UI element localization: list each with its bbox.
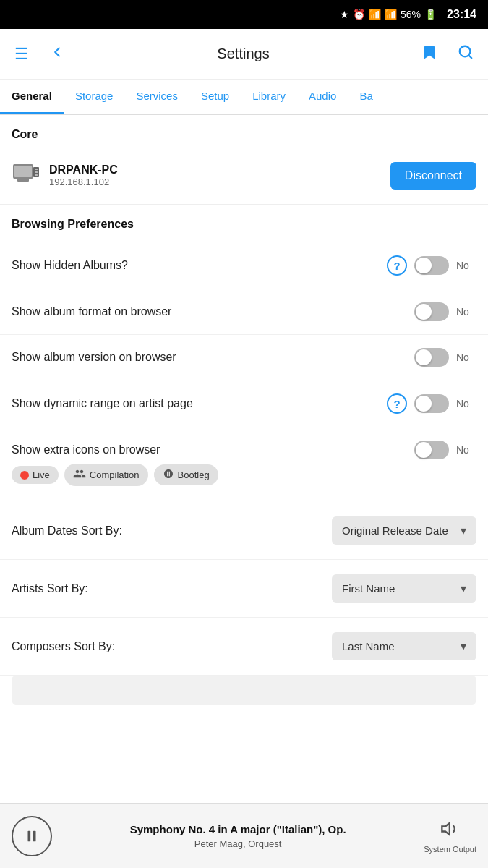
page-title: Settings (68, 46, 419, 62)
album-dates-sort-value: Original Release Date (342, 524, 455, 537)
bootleg-tag: Bootleg (154, 464, 218, 485)
core-section: DRPANK-PC 192.168.1.102 Disconnect (0, 147, 488, 205)
tab-setup[interactable]: Setup (189, 80, 241, 114)
system-output-label: System Output (424, 845, 476, 854)
device-name: DRPANK-PC (49, 163, 382, 176)
right-nav-icons (419, 41, 476, 67)
live-tag: Live (12, 466, 59, 484)
show-dynamic-range-toggle-label: No (456, 398, 476, 409)
svg-rect-7 (35, 171, 38, 173)
signal-icon: 📶 (385, 9, 397, 20)
svg-marker-11 (442, 822, 450, 834)
now-playing-info: Symphony No. 4 in A major ("Italian"), O… (64, 822, 412, 849)
show-album-format-toggle-label: No (456, 306, 476, 318)
pref-show-album-version: Show album version on browser No (0, 335, 488, 380)
artists-sort-value: First Name (342, 582, 455, 595)
tab-storage[interactable]: Storage (64, 80, 125, 114)
left-nav-icons: ☰ (12, 41, 68, 67)
composers-sort-row: Composers Sort By: Last Name ▾ (0, 618, 488, 676)
bootleg-icon (163, 468, 174, 482)
pref-show-extra-icons-right: No (414, 441, 476, 459)
svg-rect-9 (28, 830, 31, 841)
battery-text: 56% (401, 9, 421, 20)
compilation-tag: Compilation (64, 464, 148, 486)
device-icon (12, 158, 40, 192)
show-extra-icons-toggle-label: No (456, 444, 476, 456)
pref-show-extra-icons-label: Show extra icons on browser (12, 443, 414, 456)
artists-sort-label: Artists Sort By: (12, 582, 332, 595)
tab-services[interactable]: Services (124, 80, 189, 114)
battery-icon: 🔋 (424, 9, 437, 20)
content-area: Core DRPANK-PC 192.168.1.102 Disconnect (0, 115, 488, 799)
volume-section[interactable]: System Output (424, 819, 476, 854)
device-ip: 192.168.1.102 (49, 176, 382, 187)
disconnect-button[interactable]: Disconnect (390, 162, 476, 190)
pref-show-album-format-label: Show album format on browser (12, 305, 414, 318)
show-extra-icons-toggle[interactable] (414, 441, 449, 459)
pref-show-hidden-albums: Show Hidden Albums? ? No (0, 242, 488, 289)
composers-sort-value: Last Name (342, 640, 455, 652)
alarm-icon: ⏰ (353, 9, 365, 20)
composers-sort-chevron-icon: ▾ (461, 639, 466, 653)
album-dates-sort-label: Album Dates Sort By: (12, 524, 332, 537)
live-dot-icon (20, 471, 29, 480)
artists-sort-chevron-icon: ▾ (461, 582, 466, 595)
wifi-icon: 📶 (369, 9, 381, 20)
bluetooth-icon: ★ (340, 9, 349, 20)
menu-button[interactable]: ☰ (12, 42, 32, 67)
time-display: 23:14 (447, 8, 476, 21)
pref-show-album-format-right: No (414, 302, 476, 321)
pref-show-dynamic-range: Show dynamic range on artist page ? No (0, 380, 488, 427)
show-hidden-albums-help-icon[interactable]: ? (387, 255, 407, 276)
svg-line-1 (468, 55, 471, 58)
show-album-version-toggle[interactable] (414, 348, 449, 367)
show-dynamic-range-toggle[interactable] (414, 394, 449, 413)
volume-icon (440, 819, 461, 843)
now-playing-title: Symphony No. 4 in A major ("Italian"), O… (64, 822, 412, 837)
svg-rect-6 (35, 169, 38, 170)
tab-audio[interactable]: Audio (297, 80, 348, 114)
tab-general[interactable]: General (0, 80, 64, 114)
play-pause-button[interactable] (12, 816, 52, 856)
bookmark-button[interactable] (419, 41, 440, 67)
now-playing-artist: Peter Maag, Orquest (64, 838, 412, 849)
status-icons: ★ ⏰ 📶 📶 56% 🔋 (340, 9, 437, 20)
pref-show-dynamic-range-label: Show dynamic range on artist page (12, 397, 387, 410)
tab-library[interactable]: Library (241, 80, 297, 114)
browsing-prefs-header: Browsing Preferences (0, 205, 488, 237)
next-sort-row-partial (12, 676, 476, 705)
compilation-tag-label: Compilation (90, 469, 140, 480)
album-dates-sort-chevron-icon: ▾ (461, 524, 466, 537)
show-album-format-toggle[interactable] (414, 302, 449, 321)
pref-show-extra-icons-row: Show extra icons on browser No (0, 427, 488, 464)
svg-rect-8 (35, 174, 38, 176)
artists-sort-row: Artists Sort By: First Name ▾ (0, 560, 488, 618)
device-row: DRPANK-PC 192.168.1.102 Disconnect (12, 158, 476, 192)
show-dynamic-range-help-icon[interactable]: ? (387, 393, 407, 414)
composers-sort-label: Composers Sort By: (12, 640, 332, 653)
now-playing-bar: Symphony No. 4 in A major ("Italian"), O… (0, 803, 488, 868)
live-tag-label: Live (33, 469, 50, 480)
show-hidden-albums-toggle-label: No (456, 260, 476, 271)
back-button[interactable] (46, 41, 68, 67)
album-dates-sort-select[interactable]: Original Release Date ▾ (332, 516, 476, 545)
album-dates-sort-row: Album Dates Sort By: Original Release Da… (0, 502, 488, 560)
search-button[interactable] (455, 41, 476, 67)
tab-ba[interactable]: Ba (348, 80, 384, 114)
status-bar: ★ ⏰ 📶 📶 56% 🔋 23:14 (0, 0, 488, 29)
pref-show-album-version-right: No (414, 348, 476, 367)
bootleg-tag-label: Bootleg (178, 469, 210, 480)
browsing-prefs-section: Show Hidden Albums? ? No Show album form… (0, 237, 488, 502)
composers-sort-select[interactable]: Last Name ▾ (332, 632, 476, 660)
svg-rect-3 (14, 166, 32, 177)
pref-show-hidden-albums-label: Show Hidden Albums? (12, 259, 387, 272)
compilation-icon (73, 467, 86, 482)
svg-rect-4 (17, 179, 29, 182)
show-hidden-albums-toggle[interactable] (414, 256, 449, 275)
svg-rect-10 (33, 830, 36, 841)
tabs-bar: General Storage Services Setup Library A… (0, 80, 488, 115)
pref-show-hidden-albums-right: ? No (387, 255, 476, 276)
show-album-version-toggle-label: No (456, 352, 476, 363)
pref-show-album-version-label: Show album version on browser (12, 351, 414, 364)
artists-sort-select[interactable]: First Name ▾ (332, 574, 476, 603)
